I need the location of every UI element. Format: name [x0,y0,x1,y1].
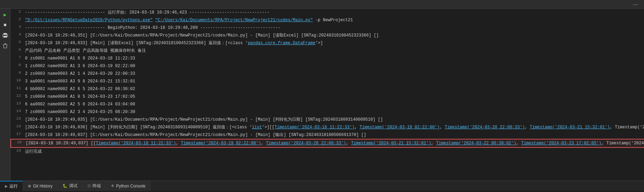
line-content: 产品代码 产品名称 产品类型 产品风险等级 视频保存时长 备注 [24,47,644,54]
line-number: 8 [10,63,24,67]
output-line-18: 18[2024-03-18 10:29:49,037] [[Timestamp(… [10,139,644,148]
terminal-tab-label: 终端 [92,183,101,189]
output-line-16: 16[2024-03-18 10:29:49,036] [Main] [列转化为… [10,123,644,131]
debug-tab-icon: 🐛 [63,184,67,188]
line-number: 9 [10,70,24,75]
output-line-6: 6 产品代码 产品名称 产品类型 产品风险等级 视频保存时长 备注 [10,47,644,55]
bottom-tab-run[interactable]: ▶运行 [0,181,23,191]
line-content: 6 aa0002 name0002 A2 5 8 2024-03-24 03:0… [24,101,644,108]
line-content: 7 zs0005 name0005 A2 3 4 2024-03-25 08:2… [24,109,644,115]
line-content: [2024-03-18 10:29:49,033] [Main] [读取Exce… [24,40,644,47]
output-line-19: 19运行完成 [10,148,644,155]
output-line-2: 2"D:/Git/issues/RPASetupDate2020/Python/… [10,16,644,24]
output-line-12: 125 zs0004 name0004 A1 0 5 2024-03-23 17… [10,93,644,101]
output-line-10: 103 aa0001 name0003 A3 9 8 2024-03-21 15… [10,78,644,85]
bottom-tab-debug[interactable]: 🐛调试 [58,181,83,191]
line-content: [2024-03-18 10:29:49,036] [Main] [列转化为日期… [24,124,644,131]
line-content: -------------------------------- 运行开始: 2… [24,9,644,16]
run-tab-label: 运行 [9,183,18,189]
line-number: 1 [10,9,24,14]
line-content: 4 bb0002 name0002 A2 6 5 2024-03-22 06:3… [24,86,644,93]
output-line-13: 136 aa0002 name0002 A2 5 8 2024-03-24 03… [10,101,644,108]
git-history-tab-icon: ◉ [28,184,31,188]
debug-tab-label: 调试 [69,183,78,189]
line-number: 11 [10,86,24,90]
bottom-tab-terminal[interactable]: ⊡终端 [83,181,106,191]
line-number: 2 [10,17,24,21]
line-content: 运行完成 [24,148,644,155]
line-number: 19 [10,148,24,153]
output-line-5: 5[2024-03-18 10:29:49,033] [Main] [读取Exc… [10,39,644,47]
output-line-17: 17[2024-03-18 10:29:49,037] [C:/Users/Ka… [10,131,644,139]
output-line-3: 3-------------------------------- BeginP… [10,24,644,32]
output-lines: 1-------------------------------- 运行开始: … [10,9,644,155]
line-content: 1 zs0002 name0002 A1 3 6 2024-03-19 02:2… [24,63,644,70]
output-line-9: 92 zs0003 name0003 A2 1 4 2024-03-20 22:… [10,70,644,78]
line-content: -------------------------------- BeginPy… [24,24,644,31]
bottom-tab-python-console[interactable]: ❖Python Console [106,181,151,191]
line-number: 12 [10,93,24,98]
line-number: 4 [10,32,24,37]
clear-button[interactable] [1,42,9,50]
svg-point-3 [6,35,7,36]
line-content: [2024-03-18 10:29:49,037] [[Timestamp('2… [24,140,644,147]
bottom-tab-git-history[interactable]: ◉Git History [23,181,58,191]
line-number: 18 [11,140,24,144]
line-content: 5 zs0004 name0004 A1 0 5 2024-03-23 17:0… [24,93,644,100]
stop-button[interactable]: ■ [1,21,9,29]
print-button[interactable] [1,32,9,39]
line-content: [2024-03-18 10:29:49,035] [C:/Users/Kai/… [24,116,644,123]
line-number: 15 [10,116,24,121]
svg-rect-2 [3,36,7,38]
output-line-7: 70 zs0001 name0001 A1 6 9 2024-03-18 11:… [10,55,644,62]
line-number: 5 [10,40,24,44]
run-button[interactable]: ▶ [1,11,9,18]
line-number: 10 [10,78,24,82]
output-line-11: 114 bb0002 name0002 A2 6 5 2024-03-22 06… [10,85,644,93]
line-content: 2 zs0003 name0003 A2 1 4 2024-03-20 22:0… [24,70,644,77]
left-toolbar: ▶ ■ [0,9,10,181]
line-number: 16 [10,124,24,128]
line-number: 6 [10,47,24,52]
line-content: 0 zs0001 name0001 A1 6 9 2024-03-18 11:2… [24,55,644,62]
bottom-tabs: ▶运行◉Git History🐛调试⊡终端❖Python Console [0,181,644,191]
python-console-tab-icon: ❖ [111,184,114,188]
output-line-1: 1-------------------------------- 运行开始: … [10,9,644,16]
line-content: [2024-03-18 10:29:49,037] [C:/Users/Kai/… [24,131,644,138]
line-number: 14 [10,109,24,113]
output-line-4: 4[2024-03-18 10:29:48,351] [C:/Users/Kai… [10,32,644,39]
output-line-8: 81 zs0002 name0002 A1 3 6 2024-03-19 02:… [10,62,644,70]
git-history-tab-label: Git History [33,184,52,189]
line-number: 3 [10,24,24,29]
line-content: [2024-03-18 10:29:48,351] [C:/Users/Kai/… [24,32,644,39]
terminal-tab-icon: ⊡ [88,184,91,188]
output-line-15: 15[2024-03-18 10:29:49,035] [C:/Users/Ka… [10,116,644,123]
line-number: 17 [10,131,24,136]
output-line-14: 147 zs0005 name0005 A2 3 4 2024-03-25 08… [10,108,644,116]
output-area[interactable]: 1-------------------------------- 运行开始: … [10,9,644,181]
title-bar: — [0,0,644,9]
line-content: "D:/Git/issues/RPASetupDate2020/Python/p… [24,17,644,24]
run-tab-icon: ▶ [5,184,8,189]
line-content: 3 aa0001 name0003 A3 9 8 2024-03-21 15:3… [24,78,644,85]
line-number: 7 [10,55,24,59]
line-number: 13 [10,101,24,105]
minimize-btn[interactable]: — [630,1,641,7]
python-console-tab-label: Python Console [116,184,146,189]
